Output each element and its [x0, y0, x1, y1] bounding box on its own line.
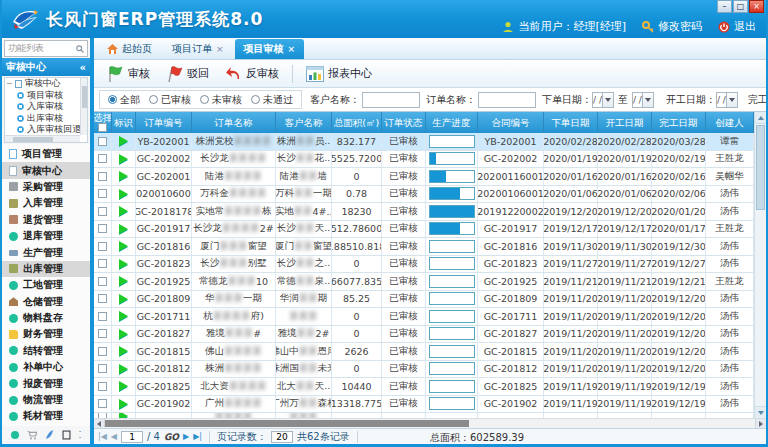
- sidebar-item-物料盘存[interactable]: 物料盘存: [2, 310, 90, 326]
- header-订单编号[interactable]: 订单编号: [136, 112, 192, 133]
- scroll-right-button[interactable]: [755, 419, 766, 428]
- table-row[interactable]: GC-2018178实地常某某某某栋实地某某4#..18230已审核201912…: [94, 203, 754, 221]
- row-checkbox[interactable]: [98, 329, 107, 338]
- row-checkbox[interactable]: [98, 224, 107, 233]
- sidebar-item-报废管理[interactable]: 报废管理: [2, 375, 90, 391]
- table-row[interactable]: GC-202002长沙龙某某某某长沙某某花..65525.7200..已审核GC…: [94, 151, 754, 169]
- radio-未审核[interactable]: 未审核: [200, 93, 242, 107]
- first-page-button[interactable]: |◀: [98, 433, 107, 441]
- header-开工日期[interactable]: 开工日期: [598, 112, 652, 133]
- table-row[interactable]: GC-202001陆港某某某某陆港某某墙0已审核202001160012020/…: [94, 168, 754, 186]
- table-horizontal-scrollbar[interactable]: [94, 418, 766, 428]
- tab-close-icon[interactable]: ×: [288, 44, 296, 54]
- go-button[interactable]: GO: [164, 432, 179, 442]
- header-生产进度[interactable]: 生产进度: [426, 112, 478, 133]
- sidebar-item-结转管理[interactable]: 结转管理: [2, 343, 90, 359]
- tree-expander-icon[interactable]: ─: [7, 79, 12, 88]
- row-checkbox[interactable]: [98, 137, 107, 146]
- header-订单名称[interactable]: 订单名称: [192, 112, 276, 133]
- more-dots-icon[interactable]: ⁚: [79, 431, 82, 440]
- row-checkbox[interactable]: [98, 294, 107, 303]
- status-dot-icon[interactable]: [11, 431, 19, 439]
- row-checkbox[interactable]: [98, 207, 107, 216]
- sidebar-item-审核中心[interactable]: 审核中心: [2, 162, 90, 178]
- tree-item[interactable]: 入库审核回退: [5, 124, 87, 136]
- sidebar-item-财务管理[interactable]: 财务管理: [2, 326, 90, 342]
- table-row[interactable]: GC-201827雅境某某某#雅境某某2#0已审核GC-2018272019/1…: [94, 326, 754, 344]
- table-row[interactable]: GC-201815佛山某某某某佛山中某某恩库2626已审核GC-20181520…: [94, 343, 754, 361]
- sidebar-item-项目管理[interactable]: 项目管理: [2, 146, 90, 162]
- row-checkbox[interactable]: [98, 413, 107, 418]
- prev-page-button[interactable]: ◀: [111, 433, 117, 441]
- function-search-input[interactable]: 功能列表: [4, 40, 88, 57]
- reject-button[interactable]: 驳回: [161, 63, 214, 85]
- change-password-button[interactable]: 修改密码: [642, 19, 702, 34]
- table-row[interactable]: GC-201917长沙龙某某某某2#长沙某某天..8512.78600..已审核…: [94, 221, 754, 239]
- row-checkbox[interactable]: [98, 382, 107, 391]
- sidebar-item-采购管理[interactable]: 采购管理: [2, 179, 90, 195]
- calendar-dropdown-icon[interactable]: [642, 93, 653, 107]
- header-订单状态[interactable]: 订单状态: [382, 112, 426, 133]
- table-row[interactable]: GC-201823长沙某某某别墅长沙某某之..0已审核GC-2018232019…: [94, 256, 754, 274]
- scrollbar-thumb[interactable]: [13, 137, 53, 142]
- sidebar-item-生产管理[interactable]: 生产管理: [2, 244, 90, 260]
- scroll-left-button[interactable]: [94, 419, 105, 428]
- sidebar-item-耗材管理[interactable]: 耗材管理: [2, 408, 90, 424]
- table-row[interactable]: 20200106001万科金某某某某万科某某一期0.78已审核202001060…: [94, 186, 754, 204]
- sidebar-panel-header[interactable]: 审核中心 «: [2, 58, 90, 76]
- calendar-dropdown-icon[interactable]: [602, 93, 613, 107]
- book-icon[interactable]: [62, 430, 71, 440]
- table-row[interactable]: 某某某某某某某: [94, 413, 754, 418]
- row-checkbox[interactable]: [98, 172, 107, 181]
- table-row[interactable]: GC-201825北大资某某某某北大某某天..10440已审核GC-201825…: [94, 378, 754, 396]
- order-name-input[interactable]: [478, 92, 536, 108]
- row-checkbox[interactable]: [98, 242, 107, 251]
- row-checkbox[interactable]: [98, 399, 107, 408]
- row-checkbox[interactable]: [98, 364, 107, 373]
- page-size-input[interactable]: [271, 431, 293, 443]
- scroll-up-button[interactable]: [755, 112, 766, 124]
- order-date-to-input[interactable]: / /: [632, 92, 654, 108]
- radio-全部[interactable]: 全部: [108, 93, 140, 107]
- logout-button[interactable]: 退出: [718, 19, 756, 34]
- scrollbar-thumb[interactable]: [105, 420, 469, 427]
- next-page-button[interactable]: ▶: [183, 433, 189, 441]
- tree-vertical-scrollbar[interactable]: [80, 78, 87, 135]
- table-vertical-scrollbar[interactable]: [754, 112, 766, 418]
- sidebar-item-退库管理[interactable]: 退库管理: [2, 228, 90, 244]
- order-date-from-input[interactable]: / /: [592, 92, 614, 108]
- page-number-input[interactable]: [121, 431, 143, 443]
- table-row[interactable]: GC-201816厦门某某某窗望厦门某某窗望188510.818已审核GC-20…: [94, 238, 754, 256]
- table-row[interactable]: GC-201809华某某某一期华润某某期85.25已审核GC-201809201…: [94, 291, 754, 309]
- customer-name-input[interactable]: [362, 92, 420, 108]
- close-button[interactable]: ×: [749, 0, 764, 13]
- start-date-input[interactable]: / /: [716, 92, 738, 108]
- feather-icon[interactable]: [45, 430, 54, 440]
- radio-未通过[interactable]: 未通过: [251, 93, 293, 107]
- select-all-checkbox[interactable]: [98, 123, 107, 132]
- header-选择[interactable]: 选择: [94, 112, 112, 133]
- header-合同编号[interactable]: 合同编号: [478, 112, 544, 133]
- row-checkbox[interactable]: [98, 259, 107, 268]
- scrollbar-track[interactable]: [105, 419, 755, 428]
- row-checkbox[interactable]: [98, 277, 107, 286]
- row-checkbox[interactable]: [98, 189, 107, 198]
- table-row[interactable]: GC-201925常德龙某某某10常德某某泉..266077.835..已审核G…: [94, 273, 754, 291]
- sidebar-item-出库管理[interactable]: 出库管理: [2, 261, 90, 277]
- sidebar-item-工地管理[interactable]: 工地管理: [2, 277, 90, 293]
- cart-icon[interactable]: [27, 431, 37, 440]
- sidebar-item-退货管理[interactable]: 退货管理: [2, 212, 90, 228]
- scrollbar-thumb[interactable]: [82, 86, 87, 108]
- header-客户名称[interactable]: 客户名称: [276, 112, 332, 133]
- sidebar-item-补单中心[interactable]: 补单中心: [2, 359, 90, 375]
- tab-project-orders[interactable]: 项目订单 ×: [163, 39, 233, 59]
- minimize-button[interactable]: –: [717, 0, 732, 13]
- header-标识[interactable]: 标识: [112, 112, 136, 133]
- table-row[interactable]: GC-201812株洲某某某某株洲国某某未来0已审核GC-2018122019/…: [94, 361, 754, 379]
- row-checkbox[interactable]: [98, 154, 107, 163]
- scrollbar-thumb[interactable]: [756, 125, 765, 210]
- calendar-dropdown-icon[interactable]: [726, 93, 737, 107]
- header-下单日期[interactable]: 下单日期: [544, 112, 598, 133]
- maximize-button[interactable]: □: [733, 0, 748, 13]
- scroll-down-button[interactable]: [755, 406, 766, 418]
